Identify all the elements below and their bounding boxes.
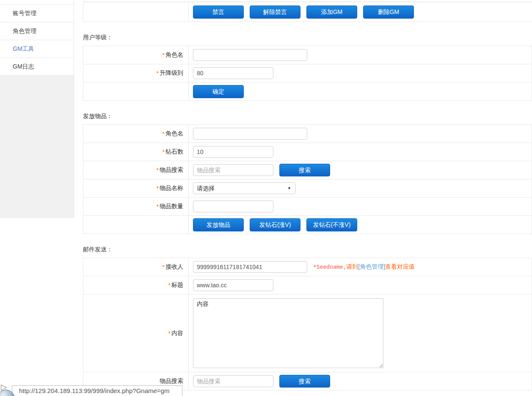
- status-bar-url: http://129.204.189.113:99/999/index.php?…: [12, 385, 182, 396]
- form-row-item-search: * 物品搜索 搜索: [83, 161, 532, 179]
- delete-gm-button[interactable]: 删除GM: [363, 6, 414, 19]
- form-row-grant-buttons: 发放物品 发钻石(涨V) 发钻石(不涨V): [83, 216, 532, 234]
- mail-section-title: 邮件发送：: [83, 245, 532, 253]
- sidebar-item-role-management[interactable]: 角色管理: [0, 22, 74, 40]
- form-row-diamond: * 钻石数: [83, 143, 532, 161]
- form-row-item-qty: * 物品数量: [83, 198, 532, 216]
- sidebar: 账号管理 角色管理 GM工具 GM日志: [0, 0, 74, 218]
- main-content: 禁言 解除禁言 添加GM 删除GM 用户等级： * 角色名 * 升降级到: [83, 2, 532, 390]
- form-row-content: * 内容 内容: [83, 294, 532, 372]
- sidebar-item-gm-logs[interactable]: GM日志: [0, 58, 74, 76]
- form-row-item-name: * 物品名称 请选择 ▼: [83, 179, 532, 198]
- content-label: * 内容: [83, 294, 189, 372]
- required-marker: *: [163, 130, 165, 137]
- mail-content-textarea[interactable]: 内容: [193, 298, 383, 368]
- send-diamond-vip-button[interactable]: 发钻石(涨V): [250, 218, 300, 231]
- sidebar-item-label: 账号管理: [13, 10, 36, 16]
- role-name-label: * 角色名: [83, 125, 189, 143]
- form-row-subject: * 标题: [83, 276, 532, 294]
- sidebar-item-account-management[interactable]: 账号管理: [0, 5, 74, 22]
- level-label: * 升降级到: [83, 64, 189, 82]
- required-marker: *: [157, 167, 159, 173]
- sidebar-item-label: 角色管理: [13, 28, 36, 34]
- recipient-label: * 接收人: [83, 258, 189, 276]
- user-level-role-name-input[interactable]: [193, 49, 307, 61]
- hint-text-pre: 请到: [346, 263, 358, 270]
- form-row-role-name: * 角色名: [83, 125, 532, 143]
- sidebar-top-divider: [0, 0, 74, 5]
- add-gm-button[interactable]: 添加GM: [306, 6, 357, 19]
- grant-items-button[interactable]: 发放物品: [193, 218, 244, 231]
- role-name-label: * 角色名: [83, 46, 189, 64]
- label-text: 物品搜索: [160, 166, 183, 174]
- recipient-hint: *Seedname,请到[角色管理]查看对应值: [313, 263, 415, 271]
- required-marker: *: [157, 70, 159, 77]
- item-qty-input[interactable]: [193, 201, 273, 212]
- role-management-link[interactable]: [角色管理]: [358, 263, 385, 270]
- required-marker: *: [163, 264, 165, 270]
- empty-label-cell: [83, 82, 189, 100]
- item-search-input[interactable]: [193, 164, 273, 176]
- required-marker: *: [157, 203, 159, 210]
- label-text: 物品搜索: [160, 377, 183, 385]
- label-text: 内容: [171, 330, 183, 337]
- label-text: 标题: [171, 281, 183, 289]
- form-row-role-name: * 角色名: [83, 46, 532, 64]
- label-text: 角色名: [165, 130, 183, 138]
- item-name-select[interactable]: 请选择: [193, 182, 295, 194]
- item-name-select-wrap: 请选择 ▼: [193, 182, 295, 194]
- mute-button[interactable]: 禁言: [193, 6, 244, 19]
- grant-items-form: * 角色名 * 钻石数 * 物品搜索 搜索: [83, 124, 532, 234]
- required-marker: *: [157, 185, 159, 192]
- label-text: 接收人: [165, 263, 183, 271]
- mail-form: * 接收人 *Seedname,请到[角色管理]查看对应值 * 标题 * 内容: [83, 258, 532, 390]
- gm-actions-buttons: 禁言 解除禁言 添加GM 删除GM: [189, 2, 532, 22]
- item-name-label: * 物品名称: [83, 179, 189, 197]
- subject-label: * 标题: [83, 276, 189, 294]
- grant-items-section-title: 发放物品：: [83, 112, 532, 120]
- form-row-level: * 升降级到: [83, 64, 532, 82]
- sidebar-item-label: GM工具: [13, 45, 34, 52]
- unmute-button[interactable]: 解除禁言: [250, 6, 300, 19]
- gm-actions-label-cell: [83, 2, 189, 22]
- hint-seedname: *Seedname,: [313, 264, 346, 270]
- diamond-count-input[interactable]: [193, 146, 273, 158]
- form-row-recipient: * 接收人 *Seedname,请到[角色管理]查看对应值: [83, 258, 532, 276]
- label-text: 角色名: [165, 51, 183, 59]
- level-target-input[interactable]: [193, 67, 273, 79]
- item-search-label: * 物品搜索: [83, 161, 189, 179]
- required-marker: *: [163, 148, 165, 155]
- empty-label-cell: [83, 216, 189, 234]
- subject-input[interactable]: [193, 279, 273, 291]
- required-marker: *: [168, 282, 171, 289]
- sidebar-item-label: GM日志: [13, 63, 34, 70]
- confirm-button[interactable]: 确定: [193, 85, 244, 98]
- hint-text-post: 查看对应值: [385, 263, 415, 270]
- mail-item-search-input[interactable]: [193, 375, 273, 387]
- item-qty-label: * 物品数量: [83, 198, 189, 215]
- label-text: 物品名称: [160, 184, 183, 192]
- required-marker: *: [168, 330, 171, 337]
- label-text: 物品数量: [160, 203, 183, 210]
- required-marker: *: [163, 52, 165, 58]
- user-level-form: * 角色名 * 升降级到 确定: [83, 46, 532, 101]
- user-level-section-title: 用户等级：: [83, 33, 532, 41]
- send-diamond-novip-button[interactable]: 发钻石(不涨V): [306, 218, 357, 231]
- form-row-confirm: 确定: [83, 82, 532, 101]
- recipient-input[interactable]: [193, 261, 307, 273]
- label-text: 钻石数: [165, 148, 183, 156]
- sidebar-item-gm-tools[interactable]: GM工具: [0, 40, 74, 58]
- diamond-count-label: * 钻石数: [83, 143, 189, 161]
- grant-role-name-input[interactable]: [193, 128, 307, 140]
- item-search-button[interactable]: 搜索: [279, 164, 330, 176]
- mail-item-search-button[interactable]: 搜索: [279, 375, 330, 388]
- label-text: 升降级到: [160, 69, 183, 77]
- gm-actions-row: 禁言 解除禁言 添加GM 删除GM: [83, 2, 532, 22]
